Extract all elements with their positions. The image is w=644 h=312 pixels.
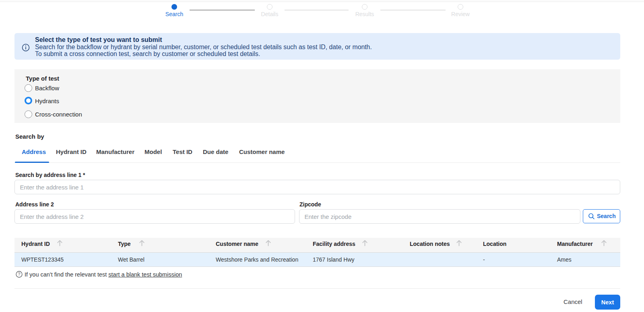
svg-text:?: ? <box>18 272 21 277</box>
